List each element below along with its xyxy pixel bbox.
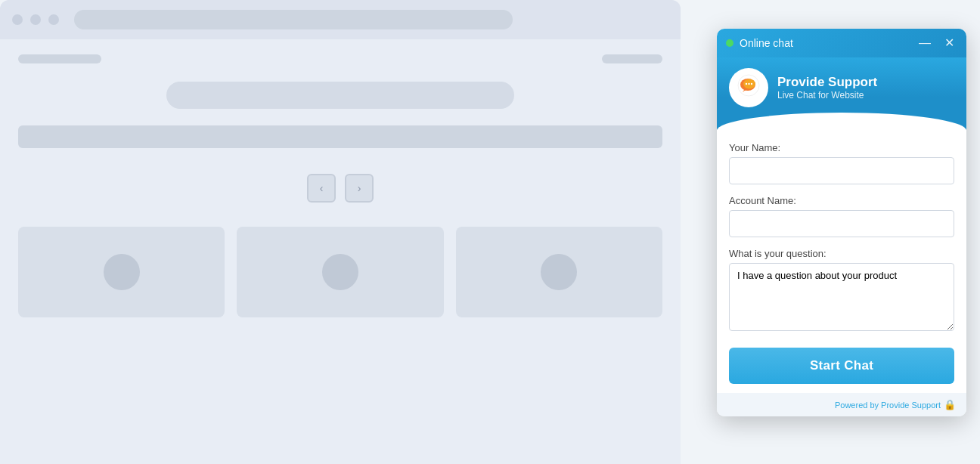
close-button[interactable]: ✕ — [941, 36, 957, 51]
question-field-group: What is your question: I have a question… — [729, 248, 954, 334]
browser-nav-row — [18, 54, 662, 63]
start-chat-button[interactable]: Start Chat — [729, 348, 954, 384]
svg-point-4 — [748, 82, 749, 84]
browser-arrows: ‹ › — [18, 174, 662, 203]
svg-point-5 — [751, 82, 752, 84]
brand-logo-icon — [737, 74, 760, 102]
browser-mockup: ‹ › — [0, 0, 681, 464]
chat-header-inner: Provide Support Live Chat for Website — [729, 68, 954, 107]
chat-titlebar-left: Online chat — [726, 37, 793, 49]
powered-by-text: Powered by Provide Support — [835, 401, 941, 410]
chat-form: Your Name: Account Name: What is your qu… — [717, 130, 966, 393]
browser-card-2 — [237, 227, 443, 317]
browser-full-bar — [18, 125, 662, 148]
question-textarea[interactable]: I have a question about your product — [729, 263, 954, 331]
brand-subtitle: Live Chat for Website — [777, 90, 877, 101]
account-name-field-group: Account Name: — [729, 195, 954, 237]
chat-titlebar-actions: — ✕ — [916, 36, 957, 51]
browser-dot-red — [12, 14, 23, 25]
chat-widget: Online chat — ✕ — [717, 29, 966, 416]
browser-search-bar — [166, 82, 514, 109]
account-name-label: Account Name: — [729, 195, 954, 206]
brand-text: Provide Support Live Chat for Website — [777, 75, 877, 101]
your-name-field-group: Your Name: — [729, 142, 954, 184]
brand-logo-circle — [729, 68, 768, 107]
browser-card-1 — [18, 227, 225, 317]
question-label: What is your question: — [729, 248, 954, 259]
minimize-button[interactable]: — — [916, 36, 934, 51]
browser-card-circle-1 — [104, 254, 140, 290]
browser-card-circle-3 — [541, 254, 577, 290]
browser-dot-green — [48, 14, 59, 25]
browser-cards — [18, 227, 662, 317]
lock-icon: 🔒 — [944, 399, 956, 410]
brand-name: Provide Support — [777, 75, 877, 90]
chat-titlebar: Online chat — ✕ — [717, 29, 966, 57]
browser-nav-item-1 — [18, 54, 101, 63]
browser-arrow-left[interactable]: ‹ — [307, 174, 336, 203]
chat-header: Provide Support Live Chat for Website — [717, 57, 966, 130]
browser-card-circle-2 — [322, 254, 358, 290]
svg-point-3 — [746, 82, 747, 84]
browser-addressbar — [74, 10, 513, 29]
browser-nav-item-2 — [602, 54, 662, 63]
browser-arrow-right[interactable]: › — [345, 174, 374, 203]
browser-dot-yellow — [30, 14, 41, 25]
your-name-label: Your Name: — [729, 142, 954, 153]
chat-title: Online chat — [740, 37, 793, 49]
online-status-dot — [726, 39, 733, 47]
browser-content: ‹ › — [0, 39, 681, 333]
chat-footer: Powered by Provide Support 🔒 — [717, 393, 966, 416]
browser-titlebar — [0, 0, 681, 39]
browser-card-3 — [456, 227, 662, 317]
your-name-input[interactable] — [729, 157, 954, 184]
account-name-input[interactable] — [729, 210, 954, 237]
